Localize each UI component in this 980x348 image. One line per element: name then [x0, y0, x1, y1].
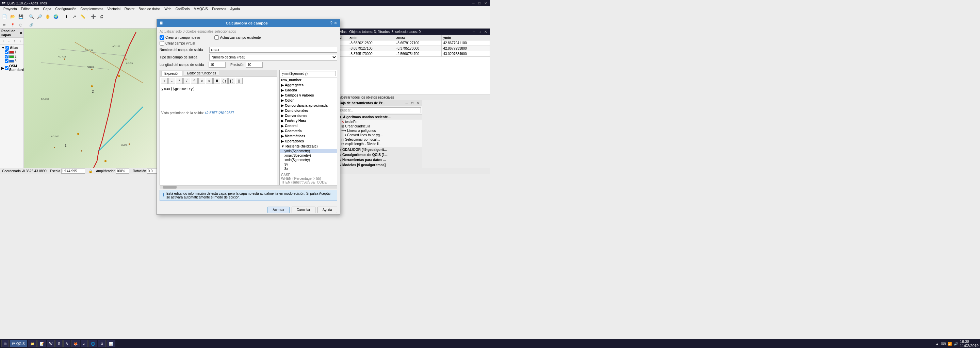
table-row[interactable]: 1 -8.6820212800 -8.6679127100 42.8677941…	[337, 40, 490, 46]
minus-button[interactable]: -	[169, 78, 175, 84]
menu-proyecto[interactable]: Proyecto	[2, 6, 19, 12]
atlas-group-checkbox[interactable]	[5, 46, 9, 50]
amplifier-input[interactable]	[116, 169, 129, 174]
menu-configuracion[interactable]: Configuración	[53, 6, 79, 12]
identify-button[interactable]: ℹ	[63, 13, 70, 21]
layer-group-atlas-header[interactable]: ▼ Atlas	[1, 46, 23, 50]
func-item-x[interactable]: $x	[280, 166, 337, 171]
open-button[interactable]: 📂	[9, 13, 16, 21]
col-header-ymin[interactable]: ymin	[442, 35, 490, 40]
menu-ver[interactable]: Ver	[32, 6, 41, 12]
tab-expresion[interactable]: Expresión	[161, 71, 182, 76]
edit-mode-button[interactable]: ✏	[1, 21, 8, 28]
field-length-input[interactable]	[208, 62, 226, 68]
layer-3-checkbox[interactable]	[5, 59, 8, 63]
scale-input[interactable]	[61, 169, 85, 174]
divide-button[interactable]: /	[183, 78, 190, 84]
func-group-campos[interactable]: ▶ Campos y valores	[280, 93, 337, 98]
func-group-matematicas[interactable]: ▶ Matemáticas	[280, 134, 337, 139]
digitize-button[interactable]: 📍	[9, 21, 16, 28]
add-layer-to-panel-button[interactable]: +	[1, 38, 6, 44]
atlas-minimize-button[interactable]: ─	[472, 29, 476, 34]
expression-textarea[interactable]: ymax($geometry)	[160, 85, 277, 109]
greater-button[interactable]: >	[206, 78, 213, 84]
func-item-xmin[interactable]: xmin($geometry)	[280, 158, 337, 162]
table-row[interactable]: 3 -8.3795170000 -2.5660754700 43.0207684…	[337, 51, 490, 57]
less-button[interactable]: <	[198, 78, 205, 84]
toolbox-item-seleccionar[interactable]: ◻ Seleccionar por locali...	[337, 137, 422, 142]
menu-complementos[interactable]: Complementos	[78, 6, 105, 12]
pause-button[interactable]: ⏸	[213, 78, 220, 84]
func-group-general[interactable]: ▶ General	[280, 123, 337, 128]
func-group-condicionales[interactable]: ▶ Condicionales	[280, 108, 337, 113]
func-group-color[interactable]: ▶ Color	[280, 98, 337, 103]
toolbox-recent-header[interactable]: ▼ Algoritmos usados reciente...	[337, 114, 422, 120]
func-item-xmax[interactable]: xmax($geometry)	[280, 153, 337, 158]
plus-button[interactable]: +	[161, 78, 168, 84]
layer-up-button[interactable]: ↑	[12, 38, 18, 44]
toolbox-item-convert[interactable]: ⟶ Convert lines to polyg...	[337, 133, 422, 137]
pan-button[interactable]: ✋	[44, 13, 51, 21]
layer-group-osm-header[interactable]: ▶ OSM Standard	[1, 64, 23, 72]
dialog-close-button[interactable]: ✕	[334, 21, 337, 25]
new-project-button[interactable]: 📄	[1, 13, 8, 21]
close-button[interactable]: ✕	[483, 1, 488, 5]
layer-2-checkbox[interactable]	[5, 55, 8, 59]
menu-editar[interactable]: Editar	[19, 6, 32, 12]
menu-cadtools[interactable]: CadTools	[173, 6, 192, 12]
measure-button[interactable]: 📏	[79, 13, 86, 21]
remove-layer-button[interactable]: -	[6, 38, 11, 44]
tab-editor-funciones[interactable]: Editor de funciones	[184, 71, 219, 76]
func-group-concordancia[interactable]: ▶ Concordancia aproximada	[280, 103, 337, 108]
print-button[interactable]: 🖨	[98, 13, 105, 21]
caret-button[interactable]: ^	[191, 78, 198, 84]
toolbox-qgis-header[interactable]: ▶ Geoalgoritmos de QGIS [1...	[337, 152, 422, 157]
osm-checkbox[interactable]	[5, 66, 8, 70]
save-button[interactable]: 💾	[17, 13, 24, 21]
layer-item-1[interactable]: 1	[1, 50, 23, 54]
menu-mmqgis[interactable]: MMQGIS	[192, 6, 210, 12]
toolbox-herramientas-header[interactable]: ▶ Herramientas para datos ...	[337, 157, 422, 163]
paren-button[interactable]: ( )	[221, 78, 228, 84]
create-field-checkbox[interactable]	[159, 35, 164, 40]
toolbox-item-cuadricula[interactable]: ⊞ Crear cuadrícula	[337, 124, 422, 128]
snapping-button[interactable]: 🔗	[27, 21, 35, 28]
func-item-ymin[interactable]: ymin($geometry)	[280, 149, 337, 153]
menu-vectorial[interactable]: Vectorial	[105, 6, 123, 12]
menu-web[interactable]: Web	[162, 6, 173, 12]
virtual-field-checkbox[interactable]	[159, 41, 164, 46]
func-group-aggregates[interactable]: ▶ Aggregates	[280, 82, 337, 88]
show-all-button[interactable]: Mostrar todos los objetos espaciales	[337, 95, 490, 100]
menu-capa[interactable]: Capa	[41, 6, 53, 12]
toolbox-item-vsplit[interactable]: ✂ v.split.length - Divide li...	[337, 142, 422, 146]
function-search-input[interactable]	[281, 71, 336, 76]
func-item-y[interactable]: $y	[280, 162, 337, 166]
func-group-reciente[interactable]: ▼ Reciente (field:calc)	[280, 144, 337, 149]
atlas-close-button[interactable]: ✕	[483, 29, 488, 34]
toolbox-item-lineas[interactable]: ⟶ Líneas a polígonos	[337, 128, 422, 133]
toolbox-search-input[interactable]	[338, 108, 421, 113]
layer-1-checkbox[interactable]	[5, 50, 8, 54]
zoom-out-button[interactable]: 🔎	[36, 13, 43, 21]
brace-button[interactable]: { }	[228, 78, 235, 84]
select-button[interactable]: ↗	[71, 13, 78, 21]
menu-basedatos[interactable]: Base de datos	[137, 6, 162, 12]
col-header-xmax[interactable]: xmax	[395, 35, 442, 40]
field-name-input[interactable]	[209, 47, 337, 53]
func-group-geometria[interactable]: ▶ Geometría	[280, 128, 337, 134]
func-group-row-number[interactable]: row_number	[280, 78, 337, 82]
layer-item-3[interactable]: 3	[1, 59, 23, 63]
add-layer-button[interactable]: ➕	[89, 13, 97, 21]
col-header-xmin[interactable]: xmin	[348, 35, 395, 40]
layer-item-2[interactable]: 2	[1, 54, 23, 59]
atlas-maximize-button[interactable]: □	[477, 29, 482, 34]
concat-button[interactable]: ||	[236, 78, 243, 84]
maximize-button[interactable]: □	[477, 1, 482, 5]
minimize-button[interactable]: ─	[471, 1, 476, 5]
toolbox-gdal-header[interactable]: ▶ GDAL/OGR [49 geoalgorit...	[337, 147, 422, 152]
field-type-select[interactable]: Número decimal (real) Número entero Text…	[209, 54, 337, 60]
menu-ayuda[interactable]: Ayuda	[228, 6, 242, 12]
table-row[interactable]: 2 -8.6679127100 -8.3795170000 42.8677933…	[337, 46, 490, 51]
func-group-fecha[interactable]: ▶ Fecha y Hora	[280, 118, 337, 123]
dialog-help-button[interactable]: ?	[330, 21, 332, 25]
